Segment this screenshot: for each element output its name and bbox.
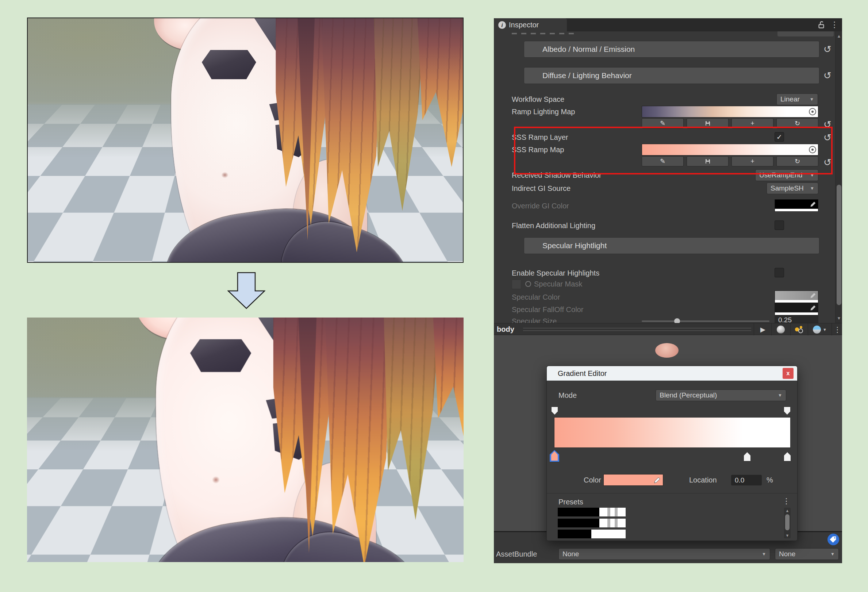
blue-sphere-icon — [813, 326, 821, 334]
refresh-icon: ↻ — [795, 120, 800, 127]
preview-menu-button[interactable]: ⋮ — [833, 323, 842, 335]
asset-labels-icon[interactable] — [828, 534, 839, 545]
divider — [547, 493, 797, 493]
specular-color-label: Specular Color — [512, 292, 560, 302]
indirect-gi-label: Indirect GI Source — [512, 183, 571, 193]
reset-icon[interactable]: ↺ — [822, 70, 833, 81]
stop-color-swatch[interactable] — [603, 474, 663, 486]
hair-strand — [383, 317, 442, 520]
specular-falloff-swatch[interactable] — [775, 303, 818, 315]
tab-inspector[interactable]: i Inspector — [494, 18, 567, 31]
workflow-space-value: Linear — [780, 95, 800, 103]
plus-icon: + — [750, 120, 754, 127]
scrollbar-thumb[interactable] — [785, 514, 790, 530]
specular-mask-label: Specular Mask — [534, 279, 582, 289]
preview-lighting-button[interactable] — [792, 323, 806, 335]
section-diffuse-label: Diffuse / Lighting Behavior — [542, 71, 632, 80]
assetbundle-variant-dropdown[interactable]: None ▼ — [775, 548, 839, 560]
character-navel — [212, 476, 220, 483]
preview-sphere-button[interactable] — [773, 323, 789, 335]
hair-strand — [432, 317, 464, 471]
chevron-down-icon: ▼ — [778, 393, 782, 398]
tab-inspector-label: Inspector — [509, 21, 539, 29]
eyedropper-icon[interactable] — [810, 200, 817, 208]
red-highlight-box — [514, 127, 833, 174]
armor-plate — [190, 339, 251, 372]
ramp-lighting-map-gradient[interactable] — [642, 106, 818, 118]
info-icon: i — [498, 21, 506, 29]
chevron-down-icon: ▼ — [810, 186, 814, 191]
color-stop-selected[interactable] — [550, 450, 559, 462]
save-disk-icon — [705, 120, 711, 126]
scroll-down-icon[interactable]: ▼ — [784, 533, 791, 537]
location-label: Location — [689, 474, 717, 486]
enable-specular-label: Enable Specular Highlights — [512, 268, 599, 278]
eyedropper-icon[interactable] — [810, 304, 817, 312]
gradient-editor-titlebar[interactable]: Gradient Editor x — [547, 366, 797, 381]
gradient-preset-item[interactable] — [558, 530, 626, 538]
material-preview-sphere — [655, 343, 679, 358]
presets-menu-icon[interactable]: ⋮ — [782, 495, 790, 507]
location-input[interactable]: 0.0 — [731, 475, 762, 486]
hair-strand — [374, 18, 426, 211]
presets-label: Presets — [558, 496, 583, 508]
object-picker-icon[interactable] — [809, 108, 816, 115]
override-gi-color-label: Override GI Color — [512, 201, 569, 211]
section-specular-highlight[interactable]: Specular Hightlight — [524, 237, 819, 254]
color-stop-end[interactable] — [784, 452, 791, 461]
gradient-preset-item[interactable] — [558, 519, 626, 527]
down-arrow-icon — [227, 272, 265, 309]
inspector-scrollbar[interactable]: ▲ ▼ — [835, 31, 842, 323]
preview-skybox-button[interactable]: ▼ — [809, 323, 830, 335]
inspector-panel: i Inspector ⋮ Albedo / Normal / Emission… — [494, 18, 842, 563]
indirect-gi-dropdown[interactable]: SampleSH ▼ — [766, 183, 818, 194]
gradient-preset-item[interactable] — [558, 508, 626, 517]
assetbundle-value: None — [562, 550, 579, 558]
section-specular-label: Specular Hightlight — [542, 241, 607, 250]
specular-color-swatch[interactable] — [775, 291, 818, 303]
clipped-row-button — [778, 31, 834, 37]
override-gi-color-swatch[interactable] — [775, 199, 818, 212]
presets-scrollbar[interactable]: ▲ ▼ — [784, 508, 791, 538]
unlock-icon[interactable] — [818, 21, 825, 29]
clipped-row-text — [512, 33, 574, 34]
play-button[interactable]: ▶ — [755, 323, 771, 335]
armor-plate — [202, 50, 256, 79]
chevron-down-icon: ▼ — [810, 97, 814, 102]
color-stop-mid[interactable] — [744, 452, 750, 461]
preview-header-bar[interactable]: body ▶ ▼ ⋮ — [494, 323, 842, 335]
mode-dropdown[interactable]: Blend (Perceptual) ▼ — [655, 390, 786, 401]
gradient-preview-bar[interactable] — [554, 417, 791, 448]
scroll-up-icon[interactable]: ▲ — [836, 34, 843, 39]
close-button[interactable]: x — [782, 368, 794, 379]
scroll-down-icon[interactable]: ▼ — [836, 316, 843, 321]
assetbundle-variant-value: None — [779, 550, 796, 558]
eyedropper-icon[interactable] — [810, 292, 817, 299]
section-albedo-normal-emission[interactable]: Albedo / Normal / Emission — [524, 41, 819, 58]
section-albedo-label: Albedo / Normal / Emission — [542, 45, 635, 54]
texture-slot-icon — [525, 281, 531, 287]
close-icon: x — [787, 370, 790, 376]
section-diffuse-lighting[interactable]: Diffuse / Lighting Behavior — [524, 67, 819, 84]
reset-icon[interactable]: ↺ — [822, 44, 833, 55]
enable-specular-checkbox[interactable] — [775, 268, 784, 278]
scroll-up-icon[interactable]: ▲ — [784, 508, 791, 513]
alpha-stop-start[interactable] — [552, 407, 558, 415]
render-preview-after — [27, 317, 464, 562]
eyedropper-icon[interactable] — [653, 476, 661, 484]
sphere-icon — [777, 326, 785, 334]
character-figure — [28, 18, 463, 262]
assetbundle-label: AssetBundle — [496, 548, 537, 560]
alpha-stop-end[interactable] — [784, 407, 790, 415]
color-label: Color — [584, 474, 601, 486]
pencil-icon: ✎ — [660, 120, 666, 127]
material-preview-area: Gradient Editor x Mode Blend (Perceptual… — [494, 335, 842, 531]
menu-icon[interactable]: ⋮ — [830, 20, 838, 30]
drag-handle-lines[interactable] — [523, 328, 751, 331]
scrollbar-thumb[interactable] — [837, 185, 841, 305]
workflow-space-dropdown[interactable]: Linear ▼ — [776, 93, 818, 105]
assetbundle-dropdown[interactable]: None ▼ — [558, 548, 770, 560]
flatten-additional-checkbox[interactable] — [775, 220, 784, 230]
specular-mask-thumbnail[interactable] — [512, 280, 521, 289]
specular-size-slider[interactable] — [642, 320, 769, 322]
